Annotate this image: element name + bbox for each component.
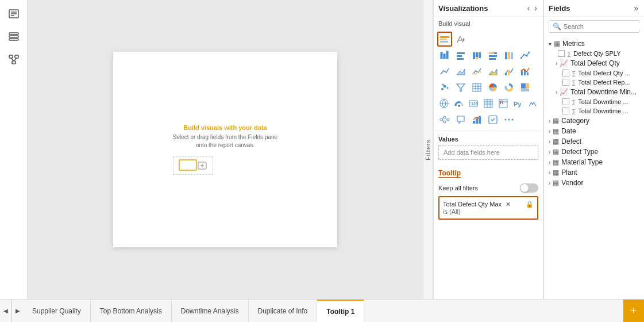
svg-point-49 [441,88,444,90]
tab-downtime-analysis[interactable]: Downtime Analysis [172,300,249,322]
viz-bar3-btn[interactable] [485,48,500,63]
viz-area2-btn[interactable] [485,64,500,79]
viz-table-btn[interactable] [481,96,495,111]
field-group-header-metrics[interactable]: ▾ ▦ Metrics [544,39,644,49]
search-input[interactable] [564,23,643,30]
tab-scroll-left-btn[interactable]: ◀ [0,300,11,322]
viz-decomp-btn[interactable] [437,112,452,127]
field-checkbox[interactable] [558,50,565,57]
field-item-total-defect-rep[interactable]: ∑ Total Defect Rep... [544,78,644,87]
values-dropzone[interactable]: Add data fields here [438,145,538,160]
viz-gauge-btn[interactable] [452,96,466,111]
svg-text:R: R [500,99,504,105]
viz-ai-btn[interactable] [526,96,539,111]
field-group-header-vendor[interactable]: › ▦ Vendor [544,178,644,188]
field-group-header-defect[interactable]: › ▦ Defect [544,136,644,147]
svg-rect-48 [527,72,529,75]
field-item-total-downtime-2[interactable]: ∑ Total Downtime ... [544,106,644,116]
viz-line-btn[interactable] [437,64,452,79]
viz-expand-btn[interactable]: › [533,3,538,13]
viz-bar-btn[interactable] [437,48,452,63]
bottom-tabs: ◀ ▶ Supplier Quality Top Bottom Analysis… [0,299,644,322]
svg-rect-7 [9,55,13,58]
filter-field-name: Total Defect Qty Max [443,201,502,208]
viz-matrix-btn[interactable] [469,80,484,95]
defect-label: Defect [561,137,581,145]
viz-treemap-btn[interactable] [518,80,533,95]
viz-card-btn[interactable]: 123 [466,96,480,111]
tab-supplier-quality[interactable]: Supplier Quality [23,300,91,322]
keep-filters-toggle[interactable] [520,183,538,193]
viz-donut-btn[interactable] [502,80,516,95]
field-item-defect-qty-sply[interactable]: ∑ Defect Qty SPLY [544,49,644,58]
svg-line-82 [442,120,444,122]
viz-more-btn[interactable] [502,112,516,127]
viz-pie-btn[interactable] [485,80,500,95]
filter-close-icon[interactable]: ✕ [506,201,511,208]
field-group-header-category[interactable]: › ▦ Category [544,116,644,126]
viz-bar5-btn[interactable] [518,48,533,63]
viz-python-btn[interactable]: Py [511,96,525,111]
tab-add-btn[interactable]: + [623,300,644,322]
viz-line2-btn[interactable] [469,64,484,79]
viz-matrix2-btn[interactable]: R [496,96,510,111]
field-group-header-date[interactable]: › ▦ Date [544,126,644,136]
viz-combo-btn[interactable] [518,64,533,79]
build-visuals-title: Build visuals with your data [173,124,277,131]
search-box[interactable]: 🔍 [549,20,639,33]
report-icon[interactable] [5,5,23,23]
field-group-header-defect-type[interactable]: › ▦ Defect Type [544,147,644,157]
filters-panel[interactable]: Filters [423,0,433,299]
svg-rect-25 [457,58,464,60]
table-icon: ▦ [553,179,559,187]
viz-stacked2-btn[interactable] [469,48,484,63]
tab-scroll-right-btn[interactable]: ▶ [11,300,23,322]
field-checkbox[interactable] [562,108,569,114]
svg-rect-61 [526,83,529,89]
field-group-header-downtime[interactable]: › 📈 Total Downtime Min... [544,87,644,97]
tab-top-bottom-analysis[interactable]: Top Bottom Analysis [91,300,172,322]
svg-rect-32 [489,55,497,57]
viz-chat-btn[interactable] [453,112,468,127]
svg-point-50 [444,85,446,88]
canvas-page: Build visuals with your data Select or d… [113,52,337,247]
viz-format-btn[interactable] [453,32,468,47]
filter-lock-icon[interactable]: 🔒 [526,201,534,208]
field-group-defect: › ▦ Defect [544,136,644,147]
data-icon[interactable] [5,28,23,46]
svg-point-65 [458,105,460,107]
viz-filter-btn[interactable] [453,80,468,95]
viz-ribbon-btn[interactable] [502,64,516,79]
viz-scatter-btn[interactable] [437,80,452,95]
viz-bar2-btn[interactable] [453,48,468,63]
field-group-plant: › ▦ Plant [544,167,644,178]
viz-bar4-btn[interactable] [502,48,516,63]
field-checkbox[interactable] [562,98,569,105]
field-group-header-plant[interactable]: › ▦ Plant [544,167,644,178]
field-checkbox[interactable] [562,70,569,76]
field-group-header-total-defect[interactable]: › 📈 Total Defect Qty [544,58,644,68]
viz-stacked-bar-btn[interactable] [437,32,452,47]
viz-collapse-btn[interactable]: ‹ [526,3,531,13]
viz-map-btn[interactable] [437,96,451,111]
svg-rect-33 [489,58,496,60]
downtime-label: Total Downtime Min... [570,88,637,96]
viz-area-btn[interactable] [453,64,468,79]
field-item-total-defect-qty[interactable]: ∑ Total Defect Qty ... [544,68,644,78]
metrics-label: Metrics [562,40,585,48]
viz-kpi-btn[interactable] [469,112,484,127]
field-group-header-material-type[interactable]: › ▦ Material Type [544,157,644,167]
svg-point-51 [447,87,449,89]
svg-rect-84 [473,121,475,124]
svg-point-78 [444,116,446,118]
viz-icons-row-1 [437,32,539,47]
tab-tooltip-1[interactable]: Tooltip 1 [317,300,364,322]
filters-label[interactable]: Filters [425,139,431,160]
viz-custom-btn[interactable] [485,112,500,127]
trend-icon: 📈 [560,59,568,67]
tab-duplicate-of-info[interactable]: Duplicate of Info [249,300,318,322]
field-checkbox[interactable] [562,79,569,86]
fields-expand-btn[interactable]: » [633,3,639,13]
field-item-total-downtime-1[interactable]: ∑ Total Downtime ... [544,97,644,106]
model-icon[interactable] [5,51,23,69]
